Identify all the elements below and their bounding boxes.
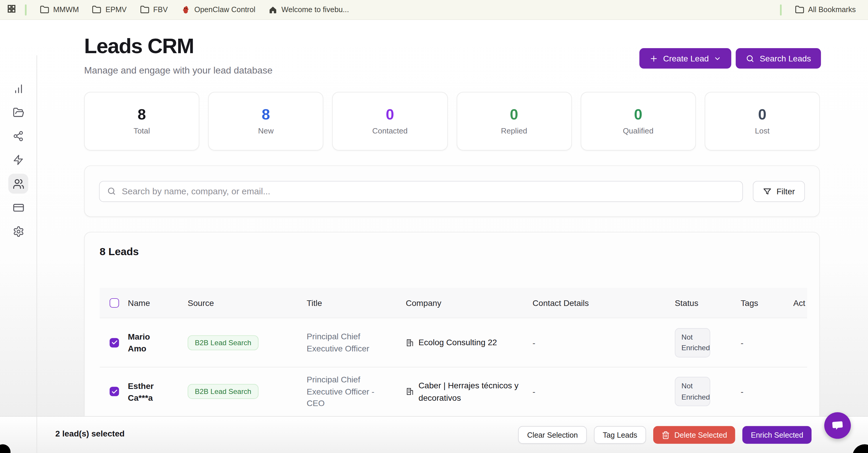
stat-value: 0: [510, 107, 518, 123]
sidebar-item-billing[interactable]: [8, 198, 28, 217]
folder-icon: [92, 5, 102, 14]
sidebar-item-leads[interactable]: [8, 174, 28, 193]
status-badge: Not Enriched: [675, 377, 710, 406]
page-subtitle: Manage and engage with your lead databas…: [84, 65, 273, 76]
enrich-selected-label: Enrich Selected: [751, 431, 803, 439]
column-header-actions: Act: [793, 298, 807, 308]
search-icon: [746, 54, 755, 63]
stat-label: Replied: [501, 126, 527, 135]
delete-selected-label: Delete Selected: [674, 431, 727, 439]
source-badge: B2B Lead Search: [188, 384, 258, 399]
column-header-tags: Tags: [741, 298, 793, 308]
filter-funnel-icon: [763, 187, 771, 195]
sidebar-item-share[interactable]: [8, 126, 28, 146]
leads-table-card: 8 Leads Name Source Title Company Contac…: [84, 232, 820, 440]
zap-icon: [13, 155, 24, 165]
sidebar-item-automation[interactable]: [8, 150, 28, 170]
search-leads-button[interactable]: Search Leads: [736, 48, 821, 68]
stat-label: Total: [133, 126, 150, 135]
leads-count: 8 Leads: [99, 246, 139, 258]
trash-icon: [661, 431, 670, 439]
tag-leads-label: Tag Leads: [603, 431, 637, 439]
sidebar-item-analytics[interactable]: [8, 78, 28, 98]
column-header-source: Source: [188, 298, 307, 308]
share-network-icon: [13, 131, 24, 141]
lead-tags: -: [741, 338, 793, 347]
stat-card-lost: 0 Lost: [705, 92, 820, 151]
home-icon: [269, 5, 277, 14]
clear-selection-button[interactable]: Clear Selection: [518, 426, 586, 444]
search-box: [99, 181, 742, 202]
row-checkbox[interactable]: [110, 387, 119, 396]
stat-card-replied: 0 Replied: [457, 92, 572, 151]
stat-value: 8: [138, 107, 146, 123]
selection-bar: 2 lead(s) selected Clear Selection Tag L…: [0, 416, 868, 453]
enrich-selected-button[interactable]: Enrich Selected: [742, 426, 811, 444]
lead-name: Mario Amo: [128, 331, 169, 354]
create-lead-label: Create Lead: [663, 54, 709, 63]
column-header-company: Company: [406, 298, 532, 308]
search-leads-label: Search Leads: [760, 54, 811, 63]
filter-button[interactable]: Filter: [753, 181, 805, 202]
folder-icon: [40, 5, 49, 14]
status-badge: Not Enriched: [675, 328, 710, 357]
app-window: Leads CRM Manage and engage with your le…: [0, 20, 868, 453]
sidebar-item-settings[interactable]: [8, 221, 28, 241]
bookmark-label: EPMV: [105, 6, 127, 14]
all-bookmarks-label: All Bookmarks: [808, 6, 856, 14]
sidebar-divider: [37, 55, 37, 453]
lead-name: Esther Ca***a: [128, 380, 169, 403]
chevron-down-icon: [714, 55, 721, 62]
bookmark-folder-fbv[interactable]: FBV: [134, 3, 174, 17]
lead-tags: -: [741, 387, 793, 396]
selection-actions: Clear Selection Tag Leads Delete Selecte…: [518, 426, 812, 444]
bookmark-label: FBV: [153, 6, 168, 14]
sidebar: [0, 20, 37, 453]
lead-title: Principal Chief Executive Officer - CEO: [307, 374, 391, 410]
stat-card-contacted: 0 Contacted: [332, 92, 447, 151]
stat-value: 0: [386, 107, 394, 123]
stat-value: 8: [262, 107, 270, 123]
source-badge: B2B Lead Search: [188, 335, 258, 350]
delete-selected-button[interactable]: Delete Selected: [653, 426, 735, 444]
sidebar-item-projects[interactable]: [8, 102, 28, 122]
stat-label: Lost: [755, 126, 770, 135]
create-lead-button[interactable]: Create Lead: [639, 48, 732, 68]
table-row[interactable]: Esther Ca***a B2B Lead Search Principal …: [99, 367, 807, 416]
check-icon: [111, 339, 118, 346]
lead-company: Ecolog Consulting 22: [418, 336, 497, 349]
stat-value: 0: [758, 107, 766, 123]
folder-icon: [140, 5, 150, 14]
row-checkbox[interactable]: [110, 338, 119, 347]
bookmark-label: Welcome to fivebu...: [281, 6, 349, 14]
bookmark-welcome[interactable]: Welcome to fivebu...: [263, 3, 354, 16]
bookmark-openclaw-control[interactable]: OpenClaw Control: [176, 3, 261, 17]
selection-count: 2 lead(s) selected: [55, 429, 124, 438]
building-icon: [406, 338, 414, 347]
chat-bubble-icon: [830, 418, 845, 433]
table-row[interactable]: Mario Amo B2B Lead Search Principal Chie…: [99, 318, 807, 367]
table-header-row: Name Source Title Company Contact Detail…: [99, 288, 807, 318]
lead-company: Caber | Herrajes técnicos y decorativos: [418, 380, 523, 404]
header-actions: Create Lead Search Leads: [639, 48, 821, 68]
search-input[interactable]: [122, 186, 735, 196]
apps-grid-icon[interactable]: [6, 4, 16, 15]
bookmark-folder-mmwm[interactable]: MMWM: [34, 3, 85, 17]
plus-icon: [649, 54, 658, 63]
filter-label: Filter: [776, 186, 795, 196]
chat-widget-button[interactable]: [824, 412, 851, 439]
tag-leads-button[interactable]: Tag Leads: [594, 426, 646, 444]
stat-card-total: 8 Total: [84, 92, 199, 151]
bookmark-folder-epmv[interactable]: EPMV: [87, 3, 132, 17]
stat-value: 0: [634, 107, 642, 123]
stats-row: 8 Total 8 New 0 Contacted 0 Replied 0: [84, 92, 820, 151]
lead-title: Principal Chief Executive Officer: [307, 330, 391, 355]
select-all-checkbox[interactable]: [110, 298, 119, 308]
lead-contact: -: [533, 338, 675, 347]
folder-icon: [795, 5, 804, 14]
stat-card-new: 8 New: [208, 92, 323, 151]
building-icon: [406, 387, 414, 396]
stat-label: Qualified: [623, 126, 653, 135]
openclaw-icon: [181, 5, 191, 14]
all-bookmarks[interactable]: All Bookmarks: [789, 3, 861, 17]
